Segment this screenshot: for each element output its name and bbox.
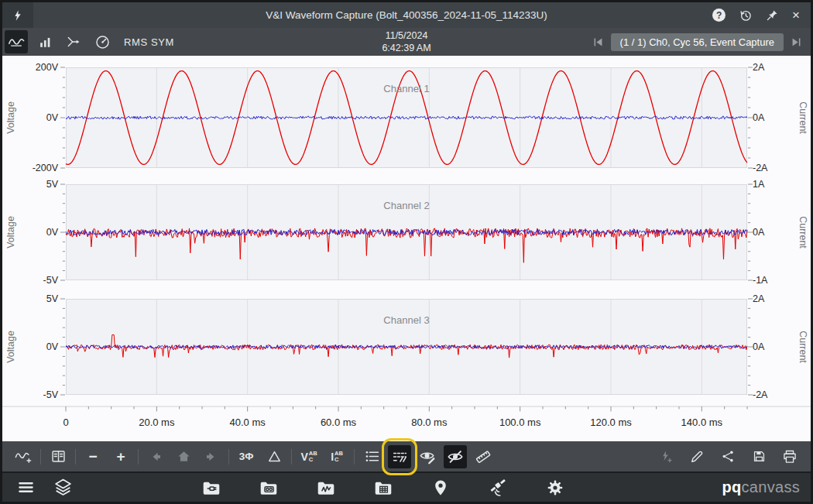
hide-button[interactable] xyxy=(444,445,467,468)
channel-list-icon xyxy=(364,448,380,465)
home-view-button[interactable] xyxy=(172,445,195,468)
add-waveform-button[interactable] xyxy=(12,445,35,468)
y-tick-label: 0V xyxy=(2,112,58,123)
current-channels-icon: I ABC xyxy=(331,451,343,463)
time-axis-labels: 020.0 ms40.0 ms60.0 ms80.0 ms100.0 ms120… xyxy=(2,417,811,432)
mode-label: RMS SYM xyxy=(124,36,174,48)
first-event-button[interactable] xyxy=(592,36,605,49)
pan-back-button[interactable] xyxy=(144,445,167,468)
share-button[interactable] xyxy=(716,445,739,468)
print-icon xyxy=(782,449,798,465)
gauge-icon xyxy=(94,34,111,50)
y-tick-label: 0V xyxy=(2,341,58,352)
zoom-in-button[interactable]: + xyxy=(109,445,132,468)
menu-button[interactable] xyxy=(13,475,38,500)
toolbar-separator xyxy=(40,449,41,465)
channel-2-plot[interactable]: Channel 2 xyxy=(66,184,747,280)
channel-3-plot[interactable]: Channel 3 xyxy=(66,299,747,395)
event-selector-button[interactable]: (1 / 1) Ch0, Cyc 56, Event Capture xyxy=(611,33,784,51)
data-table-button[interactable] xyxy=(46,445,70,468)
y-tick-label: -200V xyxy=(2,163,58,173)
ruler-icon xyxy=(475,448,492,465)
delta-icon xyxy=(267,449,282,464)
app-bolt-icon xyxy=(2,2,33,28)
meter-view-button[interactable] xyxy=(91,30,114,53)
current-channels-button[interactable]: I ABC xyxy=(325,445,348,468)
tables-folder-button[interactable] xyxy=(371,475,396,500)
channel-list-button[interactable] xyxy=(360,445,383,468)
y-tick-label: -2A xyxy=(753,389,799,400)
bolt-add-icon xyxy=(658,449,674,465)
settings-button[interactable] xyxy=(543,475,568,500)
show-edit-button[interactable] xyxy=(416,445,439,468)
time-tick-label: 140.0 ms xyxy=(681,417,722,428)
edit-button[interactable] xyxy=(685,445,708,468)
annotation-lines-icon xyxy=(392,448,408,465)
hamburger-icon xyxy=(17,478,35,496)
history-button[interactable] xyxy=(739,9,753,22)
print-button[interactable] xyxy=(778,445,801,468)
zoom-out-icon: − xyxy=(88,449,97,464)
share-icon xyxy=(721,449,736,464)
y-tick-label: 1A xyxy=(753,179,799,190)
y-tick-label: -5V xyxy=(2,275,58,286)
title-bar: V&I Waveform Capture (Bolt_400356_2024-1… xyxy=(2,2,811,28)
zoom-out-button[interactable]: − xyxy=(81,445,105,468)
y-tick-label: 5V xyxy=(2,179,58,190)
eye-off-icon xyxy=(447,448,464,465)
y-tick-label: 5V xyxy=(2,293,58,304)
brand-logo-light: canvass xyxy=(742,478,800,495)
waveform-icon xyxy=(8,33,25,50)
y-tick-label: -2A xyxy=(753,163,799,173)
history-icon xyxy=(739,9,753,22)
rms-bars-view-button[interactable] xyxy=(33,30,57,53)
waveform-add-icon xyxy=(15,448,32,465)
current-axis-title: Current xyxy=(798,331,808,363)
time-tick-label: 40.0 ms xyxy=(230,417,266,428)
time-tick-label: 100.0 ms xyxy=(499,417,540,428)
window-title: V&I Waveform Capture (Bolt_400356_2024-1… xyxy=(2,9,811,21)
channel-1-plot[interactable]: Channel 1 xyxy=(66,67,747,168)
current-axis-title: Current xyxy=(798,216,808,249)
pan-forward-button[interactable] xyxy=(200,445,223,468)
channel-2-panel: Voltage 5V 0V -5V Channel 2 1A 0A -1A Cu… xyxy=(2,184,811,280)
app-nav-bar: pqcanvass xyxy=(2,471,811,502)
pin-button[interactable] xyxy=(766,9,779,22)
save-button[interactable] xyxy=(747,445,770,468)
y-tick-label: 0V xyxy=(2,227,58,238)
toolbar-separator xyxy=(354,449,355,465)
power-data-folder-button[interactable] xyxy=(199,475,224,500)
measure-button[interactable] xyxy=(472,445,495,468)
eye-edit-icon xyxy=(419,448,436,465)
folder-plug-icon xyxy=(201,478,221,498)
layers-button[interactable] xyxy=(50,475,75,500)
time-tick-label: 60.0 ms xyxy=(321,417,356,428)
remote-devices-button[interactable] xyxy=(485,475,510,500)
brand-logo-bold: pq xyxy=(722,478,741,495)
y-tick-label: 0A xyxy=(753,227,799,238)
location-pin-icon xyxy=(431,478,450,497)
skip-last-icon xyxy=(790,36,803,49)
voltage-channels-icon: V ABC xyxy=(300,451,317,463)
toolbar-separator xyxy=(228,449,229,465)
recordings-folder-button[interactable] xyxy=(256,475,281,500)
y-tick-label: -5V xyxy=(2,389,58,400)
delta-button[interactable] xyxy=(262,445,286,468)
last-event-button[interactable] xyxy=(790,36,803,49)
waveform-view-button[interactable] xyxy=(5,30,28,53)
phasor-view-button[interactable] xyxy=(62,30,85,53)
help-button[interactable]: ? xyxy=(712,9,726,22)
add-event-button[interactable] xyxy=(654,445,678,468)
locations-button[interactable] xyxy=(428,475,453,500)
channel-1-panel: Voltage 200V 0V -200V Channel 1 2A 0A -2… xyxy=(2,67,811,168)
pushpin-icon xyxy=(766,9,779,22)
y-tick-label: 2A xyxy=(753,62,799,73)
y-tick-label: 0A xyxy=(753,341,799,352)
waveforms-folder-button[interactable] xyxy=(314,475,338,500)
folder-waveform-icon xyxy=(316,478,336,498)
three-phase-button[interactable]: 3Φ xyxy=(235,445,258,468)
voltage-channels-button[interactable]: V ABC xyxy=(297,445,321,468)
chart-toolbar: − + 3Φ V ABC xyxy=(2,441,811,471)
close-button[interactable]: × xyxy=(792,9,800,22)
annotation-lines-button[interactable] xyxy=(388,445,411,468)
